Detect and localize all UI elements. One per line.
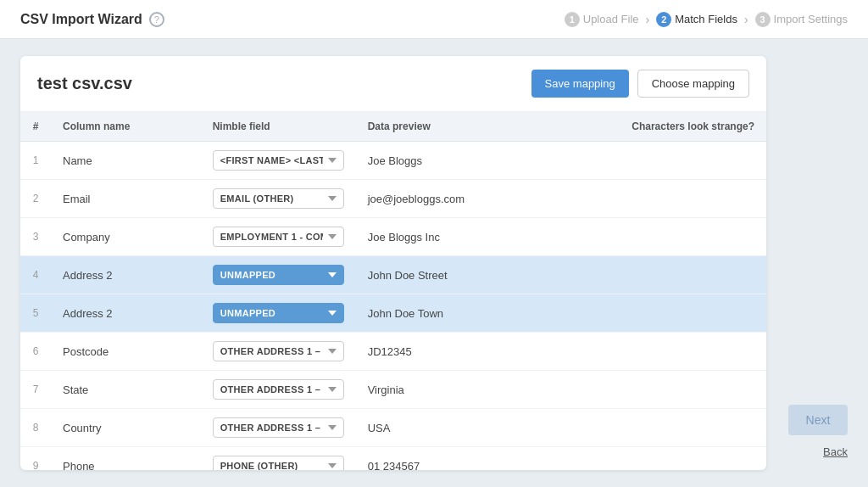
nimble-field-select[interactable]: UNMAPPED [213,265,344,285]
save-mapping-button[interactable]: Save mapping [531,70,629,98]
row-num: 3 [20,218,51,256]
table-row: 7StateOTHER ADDRESS 1 – STATEVirginia [20,371,766,409]
row-num: 4 [20,256,51,294]
characters-cell [526,218,766,256]
row-num: 5 [20,294,51,333]
column-name: Email [51,180,201,218]
data-preview: 01 234567 [356,447,526,471]
navbar: CSV Import Wizard ? 1 Upload File › 2 Ma… [0,0,868,39]
characters-cell [526,371,766,409]
nimble-field-select[interactable]: UNMAPPED [213,303,344,323]
characters-cell [526,333,766,371]
panel-title: test csv.csv [37,74,132,93]
table-row: 1Name<FIRST NAME> <LAST NAME>Joe Bloggs [20,142,766,180]
column-name: State [51,371,201,409]
table-row: 4Address 2UNMAPPEDJohn Doe Street [20,256,766,294]
step-match: 2 Match Fields [656,12,737,27]
nimble-field-cell: OTHER ADDRESS 1 – COUNT [201,409,356,447]
step1-label: Upload File [583,13,639,25]
column-name: Phone [51,447,201,471]
mapping-table: # Column name Nimble field Data preview … [20,112,766,470]
app-title: CSV Import Wizard [20,12,142,27]
nimble-field-cell: OTHER ADDRESS 1 – STATE [201,371,356,409]
step-upload: 1 Upload File [565,12,639,27]
panel-header: test csv.csv Save mapping Choose mapping [20,56,766,112]
characters-cell [526,447,766,471]
nimble-field-cell: OTHER ADDRESS 1 – ZIP [201,333,356,371]
step-import: 3 Import Settings [755,12,848,27]
nimble-field-select[interactable]: OTHER ADDRESS 1 – STATE [213,379,344,400]
column-name: Name [51,142,201,180]
table-body: 1Name<FIRST NAME> <LAST NAME>Joe Bloggs2… [20,142,766,471]
wizard-steps: 1 Upload File › 2 Match Fields › 3 Impor… [565,12,848,27]
nimble-field-select[interactable]: PHONE (OTHER) [213,456,344,470]
row-num: 7 [20,371,51,409]
nimble-field-select[interactable]: EMPLOYMENT 1 - COMPANY [213,227,344,247]
table-container: # Column name Nimble field Data preview … [20,112,766,470]
nimble-field-cell: EMPLOYMENT 1 - COMPANY [201,218,356,256]
col-chars-header: Characters look strange? [526,112,766,142]
characters-cell [526,294,766,333]
table-header-row: # Column name Nimble field Data preview … [20,112,766,142]
row-num: 8 [20,409,51,447]
main-area: test csv.csv Save mapping Choose mapping… [0,39,868,487]
data-preview: joe@joebloggs.com [356,180,526,218]
navbar-left: CSV Import Wizard ? [20,12,164,27]
data-preview: Joe Bloggs [356,142,526,180]
nimble-field-cell: UNMAPPED [201,256,356,294]
column-name: Address 2 [51,294,201,333]
nimble-field-cell: PHONE (OTHER) [201,447,356,471]
nimble-field-cell: EMAIL (OTHER) [201,180,356,218]
column-name: Postcode [51,333,201,371]
characters-cell [526,409,766,447]
table-row: 8CountryOTHER ADDRESS 1 – COUNTUSA [20,409,766,447]
row-num: 9 [20,447,51,471]
step3-num: 3 [755,12,771,27]
data-preview: Joe Bloggs Inc [356,218,526,256]
data-preview: Virginia [356,371,526,409]
nimble-field-select[interactable]: OTHER ADDRESS 1 – COUNT [213,417,344,438]
nimble-field-cell: <FIRST NAME> <LAST NAME> [201,142,356,180]
row-num: 2 [20,180,51,218]
characters-cell [526,256,766,294]
content-panel: test csv.csv Save mapping Choose mapping… [20,56,766,470]
nimble-field-select[interactable]: EMAIL (OTHER) [213,188,344,209]
step1-num: 1 [565,12,580,27]
arrow1: › [646,13,650,26]
table-row: 2EmailEMAIL (OTHER)joe@joebloggs.com [20,180,766,218]
col-preview-header: Data preview [356,112,526,142]
help-icon[interactable]: ? [149,12,164,27]
back-button[interactable]: Back [823,442,848,462]
step2-label: Match Fields [675,13,737,25]
col-name-header: Column name [51,112,201,142]
table-row: 6PostcodeOTHER ADDRESS 1 – ZIPJD12345 [20,333,766,371]
column-name: Address 2 [51,256,201,294]
row-num: 1 [20,142,51,180]
choose-mapping-button[interactable]: Choose mapping [637,70,749,98]
data-preview: John Doe Town [356,294,526,333]
column-name: Country [51,409,201,447]
nimble-field-select[interactable]: <FIRST NAME> <LAST NAME> [213,150,344,171]
col-num-header: # [20,112,51,142]
characters-cell [526,180,766,218]
data-preview: USA [356,409,526,447]
header-buttons: Save mapping Choose mapping [531,70,749,98]
nimble-field-select[interactable]: OTHER ADDRESS 1 – ZIP [213,341,344,361]
step2-num: 2 [656,12,671,27]
nimble-field-cell: UNMAPPED [201,294,356,333]
data-preview: John Doe Street [356,256,526,294]
step3-label: Import Settings [774,13,848,25]
sidebar-actions: Next Back [780,56,848,470]
data-preview: JD12345 [356,333,526,371]
column-name: Company [51,218,201,256]
row-num: 6 [20,333,51,371]
table-row: 5Address 2UNMAPPEDJohn Doe Town [20,294,766,333]
col-nimble-header: Nimble field [201,112,356,142]
table-row: 9PhonePHONE (OTHER)01 234567 [20,447,766,471]
next-button[interactable]: Next [788,405,848,435]
table-row: 3CompanyEMPLOYMENT 1 - COMPANYJoe Bloggs… [20,218,766,256]
characters-cell [526,142,766,180]
arrow2: › [744,13,748,26]
